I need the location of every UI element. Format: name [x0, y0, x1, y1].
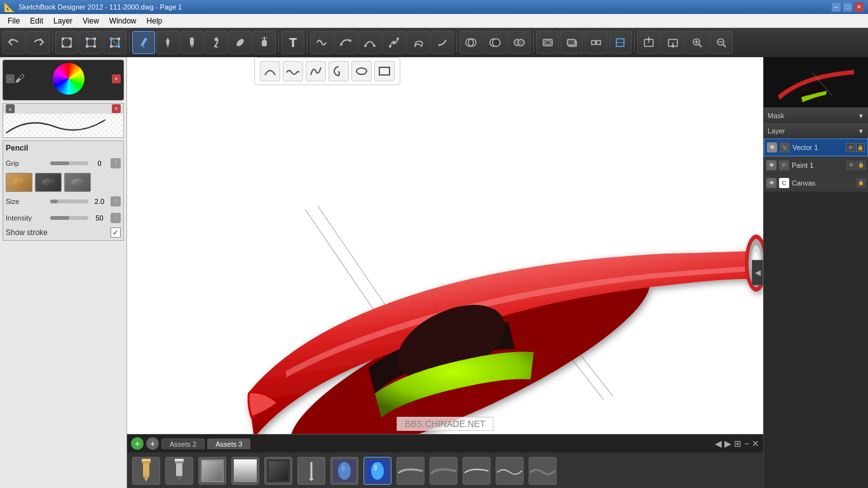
intersect-button[interactable]	[459, 31, 482, 54]
pen-button[interactable]	[156, 31, 179, 54]
svg-point-27	[349, 39, 351, 42]
mask-section-header[interactable]: Mask ▼	[764, 108, 868, 123]
maximize-button[interactable]: □	[843, 2, 853, 12]
redo-button[interactable]	[27, 31, 50, 54]
layer-lock-1[interactable]: 🔒	[856, 143, 865, 152]
show-stroke-checkbox[interactable]: ✓	[111, 227, 121, 238]
join-button[interactable]	[508, 31, 531, 54]
minimize-button[interactable]: ─	[831, 2, 841, 12]
layer-vis-icon-2[interactable]: 👁	[766, 160, 776, 170]
asset-brush-4[interactable]	[496, 457, 524, 485]
arc-tool-button[interactable]	[260, 61, 280, 81]
pencil-button[interactable]	[132, 31, 155, 54]
canvas-drawing[interactable]	[127, 57, 763, 488]
asset-brush-5[interactable]	[529, 457, 557, 485]
freeform-button[interactable]	[383, 31, 405, 54]
assets-minimize-icon[interactable]: −	[744, 438, 749, 449]
menu-window[interactable]: Window	[104, 15, 142, 27]
brush-selector-panel: − 🖌 ×	[3, 60, 124, 100]
trim-button[interactable]	[484, 31, 506, 54]
size-slider[interactable]	[50, 200, 88, 203]
svg-rect-9	[86, 45, 88, 48]
menu-file[interactable]: File	[3, 15, 25, 27]
marker-button[interactable]	[180, 31, 203, 54]
layer-section-header[interactable]: Layer ▼	[764, 123, 868, 139]
airbrush-button[interactable]	[253, 31, 276, 54]
layer-row-canvas[interactable]: 👁 C Canvas 🔒	[764, 174, 868, 192]
add-asset-button[interactable]: +	[131, 437, 144, 450]
layer-settings-1[interactable]: ⚙	[846, 143, 855, 152]
merge-button[interactable]	[609, 31, 632, 54]
canvas-area[interactable]: BBS.CHINADE.NET	[127, 57, 763, 488]
intensity-slider[interactable]	[50, 216, 88, 220]
zoom-in-button[interactable]	[686, 31, 709, 54]
stroke-preview-close[interactable]: ×	[112, 104, 121, 113]
calligraphy-button[interactable]	[229, 31, 252, 54]
s-curve-button[interactable]	[306, 61, 326, 81]
assets-tab-3[interactable]: Assets 3	[207, 438, 250, 449]
close-button[interactable]: ✕	[854, 2, 864, 12]
menu-edit[interactable]: Edit	[25, 15, 48, 27]
transform-button[interactable]	[55, 31, 78, 54]
undo-button[interactable]	[3, 31, 25, 54]
menu-layer[interactable]: Layer	[48, 15, 78, 27]
asset-square-gray[interactable]	[198, 457, 226, 485]
rotate-button[interactable]	[79, 31, 102, 54]
asset-pencil-1[interactable]	[132, 457, 160, 485]
import-button[interactable]	[661, 31, 684, 54]
brush-tip-3[interactable]	[64, 173, 91, 192]
asset-marker-blue[interactable]	[330, 457, 358, 485]
blend-button[interactable]	[431, 31, 454, 54]
grip-menu-icon[interactable]: ⋮	[111, 158, 121, 168]
text-button[interactable]: T	[281, 31, 304, 54]
size-menu-icon[interactable]: ⋮	[111, 196, 121, 207]
ellipse-open-button[interactable]	[351, 61, 372, 81]
menu-view[interactable]: View	[78, 15, 104, 27]
asset-marker-selected[interactable]	[363, 457, 391, 485]
brush-button[interactable]	[205, 31, 227, 54]
layer-row-paint1[interactable]: 👁 P Paint 1 ⚙ 🔒	[764, 156, 868, 174]
add-asset-2-button[interactable]: +	[146, 437, 159, 450]
asset-line-tool[interactable]	[297, 457, 325, 485]
asset-pencil-dark[interactable]	[165, 457, 193, 485]
circle-open-button[interactable]	[329, 61, 349, 81]
asset-square-dark[interactable]	[264, 457, 292, 485]
layer-vis-icon-1[interactable]: 👁	[767, 142, 777, 152]
brush-tip-1[interactable]	[6, 173, 32, 192]
group-button[interactable]	[585, 31, 607, 54]
grip-slider[interactable]	[50, 161, 88, 165]
stroke-preview-collapse[interactable]: ▲	[6, 104, 15, 113]
boolean-button[interactable]	[407, 31, 430, 54]
assets-next-icon[interactable]: ▶	[724, 438, 731, 449]
layer-settings-2[interactable]: ⚙	[846, 161, 855, 170]
wave-tool-button[interactable]	[283, 61, 303, 81]
assets-prev-icon[interactable]: ◀	[715, 438, 722, 449]
layer-lock-3[interactable]: 🔒	[857, 179, 865, 187]
asset-square-gradient[interactable]	[231, 457, 259, 485]
layer-row-vector1[interactable]: 👁 V Vector 1 ⚙ 🔒	[764, 139, 868, 156]
export-button[interactable]	[637, 31, 660, 54]
select-path-button[interactable]	[310, 31, 333, 54]
asset-brush-2[interactable]	[430, 457, 458, 485]
brush-selector-close[interactable]: ×	[112, 74, 121, 83]
assets-close-icon[interactable]: ✕	[752, 438, 759, 449]
asset-brush-1[interactable]	[397, 457, 424, 485]
color-wheel[interactable]	[53, 63, 85, 95]
scale-button[interactable]	[104, 31, 126, 54]
node-edit-button[interactable]	[334, 31, 357, 54]
brush-selector-collapse[interactable]: −	[6, 74, 15, 83]
assets-grid-icon[interactable]: ⊞	[734, 438, 742, 449]
curve-button[interactable]	[358, 31, 381, 54]
zoom-out-button[interactable]	[710, 31, 733, 54]
intensity-menu-icon[interactable]: ⋮	[111, 213, 121, 223]
layer-lock-2[interactable]: 🔒	[857, 161, 865, 170]
panel-nav-arrow[interactable]: ◀	[752, 260, 763, 285]
menu-help[interactable]: Help	[142, 15, 168, 27]
brush-tip-2[interactable]	[35, 173, 62, 192]
asset-brush-3[interactable]	[463, 457, 491, 485]
rectangle-open-button[interactable]	[374, 61, 395, 81]
assets-tab-2[interactable]: Assets 2	[161, 438, 205, 449]
new-layer-button[interactable]	[536, 31, 559, 54]
layer-vis-icon-3[interactable]: 👁	[766, 178, 776, 188]
duplicate-layer-button[interactable]	[560, 31, 583, 54]
